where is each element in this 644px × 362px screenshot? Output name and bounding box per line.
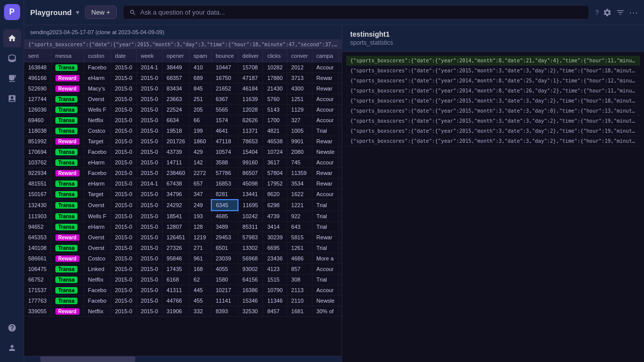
cell-bounce: 57786 [211,168,238,178]
table-row[interactable]: 851992 Reward Target 2015-0 2015-0 20172… [24,136,342,147]
cell-id: 5568 [339,243,342,253]
json-item[interactable]: {"sports_boxscores":{"date":{"year":2015… [346,116,640,126]
help-icon[interactable]: ? [595,9,599,16]
col-header-opener: opener [163,50,190,62]
cell-custon: Facebo [84,285,111,296]
json-item[interactable]: {"sports_boxscores":{"date":{"year":2014… [346,76,640,86]
table-row[interactable]: 66752 Transa Netflix 2015-0 2015-0 6168 … [24,275,342,285]
table-row[interactable]: 586661 Reward Costco 2015-0 2015-0 95846… [24,253,342,264]
table-row[interactable]: 132430 Transa Overst 2015-0 2015-0 24292… [24,200,342,211]
sidebar-item-queries[interactable] [3,69,21,87]
cell-spam: 845 [189,83,211,94]
table-row[interactable]: 69460 Transa Netflix 2015-0 2015-0 6634 … [24,115,342,126]
cell-conver: 1261 [287,243,312,253]
table-row[interactable]: 171537 Transa Facebo 2015-0 2015-0 41311… [24,285,342,296]
cell-conver: 4300 [287,83,312,94]
cell-custon: Overst [84,94,111,105]
cell-date: 2015-0 [111,253,136,264]
cell-clicks: 4739 [263,211,287,222]
sidebar-item-user[interactable] [3,339,21,357]
cell-id: 5568 [339,296,342,306]
cell-tag: Transa [51,147,84,157]
cell-opener: 18541 [163,211,190,222]
json-item[interactable]: {"sports_boxscores":{"date":{"year":2015… [346,136,640,146]
table-row[interactable]: 127744 Transa Overst 2015-0 2015-0 23663… [24,94,342,105]
cell-campa: Accour [312,264,339,275]
col-header-week: week [136,50,162,62]
cell-opener: 126451 [163,232,190,243]
sidebar-item-home[interactable] [3,29,21,47]
cell-date: 2015-0 [111,232,136,243]
more-icon[interactable]: ⋯ [629,7,638,18]
right-panel-header: testinsight1 sports_statistics [342,25,644,52]
json-item[interactable]: {"sports_boxscores":{"date":{"year":2015… [346,66,640,76]
cell-date: 2015-0 [111,178,136,189]
cell-opener: 23663 [163,94,190,105]
cell-id: 5568 [339,253,342,264]
table-row[interactable]: 496166 Reward eHarm 2015-0 2015-0 68357 … [24,73,342,83]
app-logo[interactable]: P [4,4,20,20]
table-row[interactable]: 126036 Transa Wells F 2015-0 2015-0 2252… [24,105,342,115]
search-bar[interactable]: Ask a question of your data... [123,5,590,20]
col-header-sent: sent [24,50,51,62]
cell-bounce[interactable]: 6345 [211,200,238,211]
cell-clicks: 10282 [263,62,287,73]
table-row[interactable]: 106475 Transa Linked 2015-0 2015-0 17435… [24,264,342,275]
cell-week: 2015-0 [136,189,162,200]
cell-deliver: 15346 [238,296,263,306]
json-item[interactable]: {"sports_boxscores":{"date":{"year":2014… [346,56,640,66]
cell-custon: Macy's [84,83,111,94]
cell-id: 5568 [339,178,342,189]
settings-icon[interactable] [603,8,612,17]
table-row[interactable]: 111903 Transa Wells F 2015-0 2015-0 1854… [24,211,342,222]
data-table-wrapper[interactable]: sent messa custon date week opener spam … [24,50,342,356]
filter-icon[interactable] [616,8,625,17]
cell-spam: 2272 [189,168,211,178]
table-row[interactable]: 177763 Transa Facebo 2015-0 2015-0 44766… [24,296,342,306]
table-row[interactable]: 170694 Transa Facebo 2015-0 2015-0 43739… [24,147,342,157]
table-row[interactable]: 103762 Transa eHarm 2015-0 2015-0 14711 … [24,157,342,168]
table-row[interactable]: 150167 Transa Target 2015-0 2015-0 34796… [24,189,342,200]
cell-id: 5568 [339,285,342,296]
cell-clicks: 3414 [263,222,287,232]
cell-bounce: 47118 [211,136,238,147]
sidebar-item-reports[interactable] [3,89,21,108]
json-item[interactable]: {"sports_boxscores":{"date":{"year":2015… [346,126,640,136]
cell-sent: 127744 [24,94,51,105]
cell-conver: 1251 [287,94,312,105]
json-item[interactable]: {"sports_boxscores":{"date":{"year":2015… [346,106,640,116]
table-row[interactable]: 481551 Transa eHarm 2015-0 2014-1 67438 … [24,178,342,189]
json-item[interactable]: {"sports_boxscores":{"date":{"year":2014… [346,86,640,96]
json-item[interactable]: {"sports_boxscores":{"date":{"year":2015… [346,96,640,106]
table-row[interactable]: 339055 Reward Netflix 2015-0 2015-0 3190… [24,306,342,317]
cell-week: 2015-0 [136,275,162,285]
sidebar-item-help[interactable] [3,319,21,337]
table-row[interactable]: 140108 Transa Overst 2015-0 2015-0 27326… [24,243,342,253]
cell-date: 2015-0 [111,157,136,168]
cell-campa: Accour [312,285,339,296]
table-row[interactable]: 94652 Transa eHarm 2015-0 2015-0 12807 1… [24,222,342,232]
horizontal-scrollbar[interactable] [24,356,342,362]
sidebar-item-database[interactable] [3,49,21,67]
table-row[interactable]: 922934 Reward Facebo 2015-0 2015-0 23846… [24,168,342,178]
cell-opener: 44766 [163,296,190,306]
cell-date: 2015-0 [111,105,136,115]
cell-id: 5568 [339,157,342,168]
new-button[interactable]: New + [85,6,117,19]
col-header-messa: messa [51,50,84,62]
table-row[interactable]: 118038 Transa Costco 2015-0 2015-0 19518… [24,126,342,136]
cell-bounce: 1580 [211,275,238,285]
table-row[interactable]: 163848 Transa Facebo 2015-0 2014-1 38449… [24,62,342,73]
cell-bounce: 5565 [211,105,238,115]
cell-campa: Rewar [312,232,339,243]
cell-sent: 851992 [24,136,51,147]
cell-conver: 922 [287,211,312,222]
cell-bounce: 10217 [211,285,238,296]
cell-week: 2015-0 [136,73,162,83]
cell-campa: Accour [312,62,339,73]
table-row[interactable]: 522690 Reward Macy's 2015-0 2015-0 83434… [24,83,342,94]
cell-clicks: 3617 [263,157,287,168]
cell-conver: 1681 [287,306,312,317]
right-panel-content[interactable]: {"sports_boxscores":{"date":{"year":2014… [342,52,644,362]
table-row[interactable]: 645353 Reward Overst 2015-0 2015-0 12645… [24,232,342,243]
